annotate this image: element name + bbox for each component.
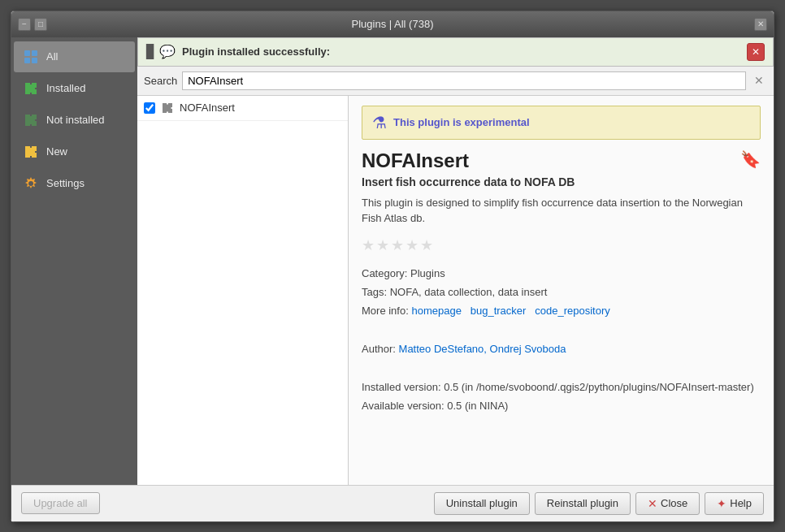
minimize-button[interactable]: − (18, 18, 31, 31)
puzzle-new-icon (22, 143, 40, 161)
search-input[interactable] (182, 71, 746, 90)
sidebar: All Installed Not installed (11, 37, 137, 485)
help-button[interactable]: ✦ Help (705, 492, 764, 515)
close-x-icon: ✕ (648, 497, 657, 510)
category-row: Category: Plugins (362, 264, 761, 283)
star-5: ★ (420, 236, 433, 254)
available-version-label: Available version: (362, 400, 445, 412)
sidebar-item-all[interactable]: All (14, 41, 135, 72)
available-version-value: 0.5 (in NINA) (447, 400, 508, 412)
bug-tracker-link[interactable]: bug_tracker (471, 305, 527, 317)
installed-version-label: Installed version: (362, 381, 441, 393)
detail-panel: ⚗ This plugin is experimental NOFAInsert… (349, 96, 774, 485)
plugin-list: NOFAInsert (137, 96, 349, 485)
plugin-list-icon (160, 101, 175, 115)
star-3: ★ (391, 236, 404, 254)
more-info-row: More info: homepage bug_tracker code_rep… (362, 301, 761, 320)
plugin-name-label: NOFAInsert (180, 102, 235, 114)
puzzle-all-icon (22, 48, 40, 66)
sidebar-item-installed[interactable]: Installed (14, 73, 135, 104)
tags-label: Tags: (362, 286, 387, 298)
sidebar-item-new[interactable]: New (14, 136, 135, 167)
puzzle-not-installed-icon (22, 111, 40, 129)
dismiss-success-button[interactable]: ✕ (747, 43, 765, 61)
uninstall-plugin-button[interactable]: Uninstall plugin (434, 492, 530, 515)
success-text: Plugin installed successfully: (182, 45, 740, 58)
installed-version-value: 0.5 (in /home/svoboond/.qgis2/python/plu… (444, 381, 754, 393)
sidebar-label-new: New (46, 145, 67, 158)
sidebar-label-all: All (46, 50, 58, 63)
gear-settings-icon (22, 175, 40, 192)
star-4: ★ (406, 236, 419, 254)
reinstall-plugin-button[interactable]: Reinstall plugin (535, 492, 631, 515)
author-row: Author: Matteo DeStefano, Ondrej Svoboda (362, 340, 761, 358)
puzzle-installed-icon (22, 80, 40, 97)
more-info-label: More info: (362, 305, 409, 317)
category-label: Category: (362, 267, 407, 279)
list-item[interactable]: NOFAInsert (137, 96, 348, 121)
experimental-banner: ⚗ This plugin is experimental (362, 106, 761, 140)
available-version-row: Available version: 0.5 (in NINA) (362, 396, 761, 415)
svg-point-6 (28, 181, 33, 186)
sidebar-label-installed: Installed (46, 82, 85, 94)
help-label: Help (730, 497, 752, 509)
content-area: All Installed Not installed (11, 37, 774, 485)
star-2: ★ (376, 236, 389, 254)
star-1: ★ (362, 236, 375, 254)
plugin-description: This plugin is designed to simplify fish… (362, 195, 761, 227)
sidebar-item-settings[interactable]: Settings (14, 168, 135, 199)
bubble-icon: 💬 (159, 44, 176, 59)
success-icons: ▊ 💬 (146, 44, 176, 59)
search-clear-button[interactable]: ✕ (751, 72, 767, 89)
titlebar: − □ Plugins | All (738) ✕ (11, 11, 774, 37)
window-title: Plugins | All (738) (67, 18, 718, 30)
close-label: Close (661, 497, 687, 509)
plugin-bookmark-icon[interactable]: 🔖 (740, 149, 761, 169)
bottom-left-buttons: Upgrade all (21, 492, 100, 514)
plugin-title-row: NOFAInsert 🔖 (362, 149, 761, 172)
experimental-text: This plugin is experimental (393, 116, 530, 128)
plugin-subtitle: Insert fish occurrence data to NOFA DB (362, 175, 761, 188)
search-bar: Search ✕ (137, 67, 774, 96)
svg-rect-3 (32, 58, 37, 63)
tags-value: NOFA, data collection, data insert (390, 286, 548, 298)
star-rating: ★ ★ ★ ★ ★ (362, 236, 761, 254)
upgrade-all-button[interactable]: Upgrade all (21, 492, 100, 514)
sidebar-label-not-installed: Not installed (46, 114, 105, 126)
author-link[interactable]: Matteo DeStefano, Ondrej Svoboda (399, 343, 566, 355)
code-repository-link[interactable]: code_repository (535, 305, 610, 317)
success-bar: ▊ 💬 Plugin installed successfully: ✕ (137, 37, 774, 67)
bottom-bar: Upgrade all Uninstall plugin Reinstall p… (11, 485, 774, 521)
svg-rect-2 (24, 58, 30, 63)
tags-row: Tags: NOFA, data collection, data insert (362, 283, 761, 301)
svg-rect-1 (32, 50, 37, 56)
list-detail-area: NOFAInsert ⚗ This plugin is experimental… (137, 96, 774, 485)
close-button[interactable]: ✕ Close (635, 492, 700, 515)
maximize-button[interactable]: □ (34, 18, 47, 31)
sidebar-label-settings: Settings (46, 177, 85, 189)
flask-icon: ⚗ (372, 113, 387, 132)
installed-version-row: Installed version: 0.5 (in /home/svoboon… (362, 378, 761, 396)
close-window-button[interactable]: ✕ (754, 18, 767, 31)
plugin-meta: Category: Plugins Tags: NOFA, data colle… (362, 264, 761, 416)
battery-icon: ▊ (146, 44, 156, 59)
main-window: − □ Plugins | All (738) ✕ All (11, 11, 774, 522)
search-label: Search (144, 75, 177, 87)
plugin-title-text: NOFAInsert (362, 149, 469, 172)
help-q-icon: ✦ (717, 497, 726, 510)
bottom-right-buttons: Uninstall plugin Reinstall plugin ✕ Clos… (434, 492, 764, 515)
author-label: Author: (362, 343, 396, 355)
sidebar-item-not-installed[interactable]: Not installed (14, 105, 135, 136)
main-area: ▊ 💬 Plugin installed successfully: ✕ Sea… (137, 37, 774, 485)
homepage-link[interactable]: homepage (411, 305, 461, 317)
svg-rect-0 (24, 50, 30, 56)
category-value: Plugins (410, 267, 445, 279)
plugin-checkbox[interactable] (144, 102, 155, 114)
